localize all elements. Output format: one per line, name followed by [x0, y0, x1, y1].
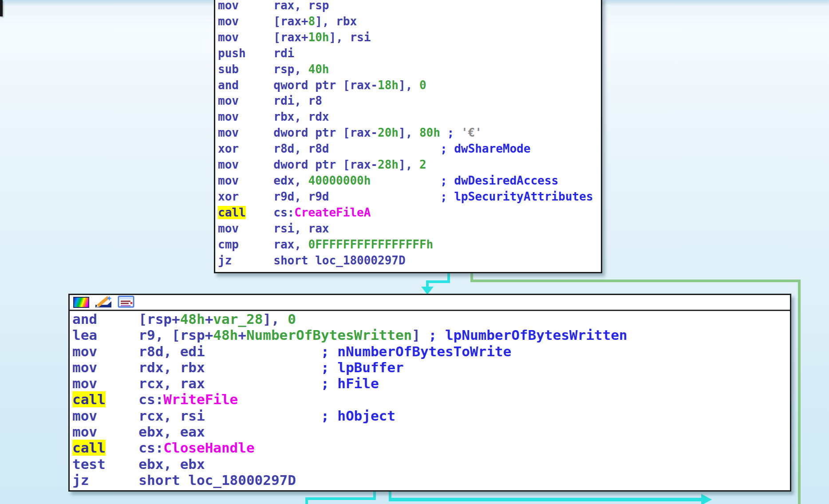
basic-block-writefile[interactable]: and [rsp+48h+var_28], 0lea r9, [rsp+48h+… — [68, 294, 791, 492]
asm-line[interactable]: and qword ptr [rax-18h], 0 — [218, 78, 601, 94]
asm-line[interactable]: mov dword ptr [rax-28h], 2 — [218, 157, 601, 173]
basic-block-createfile[interactable]: mov rax, rspmov [rax+8], rbxmov [rax+10h… — [214, 0, 602, 273]
edge-bottom-left-drop — [305, 497, 308, 504]
script-window-icon[interactable] — [118, 295, 134, 310]
asm-line[interactable]: test ebx, ebx — [72, 456, 790, 472]
asm-line[interactable]: mov rsi, rax — [218, 221, 601, 237]
asm-line[interactable]: mov edx, 40000000h ; dwDesiredAccess — [218, 173, 601, 189]
offscreen-node-border-fragment — [0, 0, 3, 16]
asm-line[interactable]: call cs:CreateFileA — [218, 205, 601, 221]
edit-pencil-icon[interactable] — [95, 295, 112, 310]
edge-jump-taken-vertical-right — [798, 280, 801, 504]
asm-line[interactable]: push rdi — [218, 46, 601, 62]
asm-line[interactable]: mov rdx, rbx ; lpBuffer — [72, 359, 790, 375]
asm-line[interactable]: jz short loc_18000297D — [72, 472, 790, 488]
edge-bottom-right-horizontal — [389, 498, 702, 501]
asm-line[interactable]: and [rsp+48h+var_28], 0 — [72, 311, 790, 327]
asm-line[interactable]: mov r8d, edi ; nNumberOfBytesToWrite — [72, 343, 790, 359]
edge-arrowhead-right — [701, 494, 712, 504]
graph-view-canvas: mov rax, rspmov [rax+8], rbxmov [rax+10h… — [0, 0, 829, 504]
asm-line[interactable]: mov rax, rsp — [218, 0, 601, 14]
asm-line[interactable]: mov rcx, rax ; hFile — [72, 375, 790, 391]
asm-line[interactable]: sub rsp, 40h — [218, 62, 601, 78]
edge-bottom-left-horizontal — [305, 497, 376, 500]
asm-line[interactable]: mov rdi, r8 — [218, 93, 601, 109]
asm-line[interactable]: lea r9, [rsp+48h+NumberOfBytesWritten] ;… — [72, 327, 790, 343]
asm-line[interactable]: mov dword ptr [rax-20h], 80h ; '€' — [218, 125, 601, 141]
asm-line[interactable]: jz short loc_18000297D — [218, 253, 601, 269]
asm-line[interactable]: mov [rax+8], rbx — [218, 14, 601, 30]
disassembly-listing: mov rax, rspmov [rax+8], rbxmov [rax+10h… — [215, 0, 601, 268]
disassembly-listing: and [rsp+48h+var_28], 0lea r9, [rsp+48h+… — [70, 311, 790, 488]
node-titlebar — [70, 295, 790, 311]
edge-fallthrough-horizontal — [426, 280, 450, 283]
asm-line[interactable]: call cs:WriteFile — [72, 391, 790, 407]
asm-line[interactable]: mov rbx, rdx — [218, 109, 601, 125]
node-color-icon[interactable] — [73, 297, 89, 308]
asm-line[interactable]: xor r8d, r8d ; dwShareMode — [218, 141, 601, 157]
asm-line[interactable]: cmp rax, 0FFFFFFFFFFFFFFFFh — [218, 237, 601, 253]
asm-line[interactable]: xor r9d, r9d ; lpSecurityAttributes — [218, 189, 601, 205]
asm-line[interactable]: call cs:CloseHandle — [72, 440, 790, 456]
asm-line[interactable]: mov ebx, eax — [72, 424, 790, 440]
edge-jump-taken-horizontal — [470, 280, 801, 282]
asm-line[interactable]: mov rcx, rsi ; hObject — [72, 408, 790, 424]
asm-line[interactable]: mov [rax+10h], rsi — [218, 30, 601, 46]
